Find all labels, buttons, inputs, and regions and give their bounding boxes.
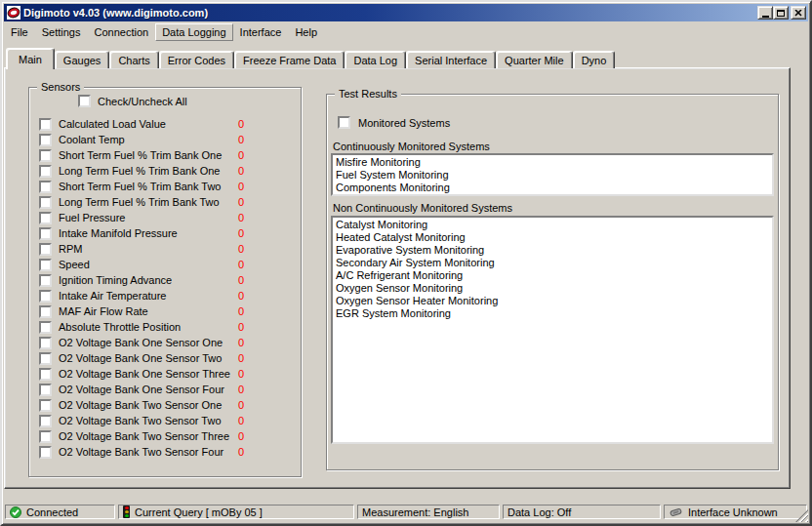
sensor-row: Short Term Fuel % Trim Bank Two0 xyxy=(29,179,301,194)
sensor-checkbox[interactable] xyxy=(39,321,52,334)
app-logo-icon[interactable] xyxy=(7,6,20,20)
sensor-checkbox[interactable] xyxy=(39,134,52,146)
list-item[interactable]: EGR System Monitoring xyxy=(333,307,772,320)
sensor-checkbox[interactable] xyxy=(39,384,52,396)
sensors-group: Sensors Check/Uncheck All Calculated Loa… xyxy=(28,87,302,477)
list-item[interactable]: Evaporative System Monitoring xyxy=(333,244,772,257)
sensor-checkbox[interactable] xyxy=(39,165,52,178)
list-item[interactable]: Oxygen Sensor Monitoring xyxy=(333,282,772,295)
sensor-value: 0 xyxy=(238,321,244,333)
sensor-row: O2 Voltage Bank Two Sensor Four0 xyxy=(29,444,301,460)
sensor-checkbox[interactable] xyxy=(39,212,52,224)
interface-panel: Interface Unknown xyxy=(664,505,807,519)
sensor-label: RPM xyxy=(59,243,82,255)
sensor-checkbox[interactable] xyxy=(39,196,52,209)
sensor-row: RPM0 xyxy=(29,241,301,257)
list-item[interactable]: A/C Refrigerant Monitoring xyxy=(333,269,772,282)
menu-settings[interactable]: Settings xyxy=(35,23,88,41)
sensor-value: 0 xyxy=(238,337,244,348)
minimize-icon xyxy=(762,16,769,18)
tab-dyno[interactable]: Dyno xyxy=(573,51,616,68)
sensor-checkbox[interactable] xyxy=(39,446,52,459)
tab-serial-interface[interactable]: Serial Interface xyxy=(406,51,496,68)
sensor-row: O2 Voltage Bank One Sensor Four0 xyxy=(29,382,301,397)
sensor-checkbox[interactable] xyxy=(39,415,52,427)
sensor-value: 0 xyxy=(238,259,244,270)
sensor-label: O2 Voltage Bank One Sensor One xyxy=(59,337,223,348)
sensor-label: O2 Voltage Bank Two Sensor Three xyxy=(59,430,229,442)
sensor-value: 0 xyxy=(238,118,244,130)
menu-file[interactable]: File xyxy=(4,23,35,41)
sensor-checkbox[interactable] xyxy=(39,118,52,131)
tab-charts[interactable]: Charts xyxy=(109,51,158,68)
sensor-label: Ignition Timing Advance xyxy=(59,274,172,286)
sensor-value: 0 xyxy=(238,134,244,145)
sensor-row: Coolant Temp0 xyxy=(29,132,301,147)
check-uncheck-all-checkbox[interactable] xyxy=(78,95,91,107)
sensor-row: Absolute Throttle Position0 xyxy=(29,319,301,335)
minimize-button[interactable] xyxy=(757,6,773,20)
sensor-checkbox[interactable] xyxy=(39,181,52,193)
list-item[interactable]: Components Monitoring xyxy=(333,182,772,194)
sensor-checkbox[interactable] xyxy=(39,274,52,287)
menu-data-logging[interactable]: Data Logging xyxy=(155,23,232,41)
sensor-row: O2 Voltage Bank Two Sensor Two0 xyxy=(29,413,301,428)
tab-freeze-frame-data[interactable]: Freeze Frame Data xyxy=(234,51,345,68)
sensor-checkbox[interactable] xyxy=(39,305,52,318)
tab-error-codes[interactable]: Error Codes xyxy=(159,51,234,68)
title-bar[interactable]: Digimoto v4.03 (www.digimoto.com) xyxy=(4,4,808,21)
list-item[interactable]: Catalyst Monitoring xyxy=(333,219,772,231)
list-item[interactable]: Secondary Air System Monitoring xyxy=(333,257,772,269)
sensor-value: 0 xyxy=(238,243,244,255)
sensor-value: 0 xyxy=(238,305,244,317)
sensor-checkbox[interactable] xyxy=(39,430,52,443)
sensor-checkbox[interactable] xyxy=(39,337,52,349)
sensor-value: 0 xyxy=(238,181,244,192)
sensor-label: Absolute Throttle Position xyxy=(59,321,181,333)
connection-status-panel: Connected xyxy=(5,505,115,519)
sensor-checkbox[interactable] xyxy=(39,227,52,240)
sensor-label: Speed xyxy=(59,259,90,270)
menu-connection[interactable]: Connection xyxy=(87,23,155,41)
sensor-checkbox[interactable] xyxy=(39,352,52,365)
continuous-listbox[interactable]: Misfire Monitoring Fuel System Monitorin… xyxy=(331,153,774,196)
non-continuous-listbox[interactable]: Catalyst Monitoring Heated Catalyst Moni… xyxy=(331,216,774,444)
app-window: Digimoto v4.03 (www.digimoto.com) File S… xyxy=(0,0,812,526)
maximize-button[interactable] xyxy=(773,6,789,20)
sensor-row: Calculated Load Value0 xyxy=(29,116,301,132)
test-results-group: Test Results Monitored Systems Continuou… xyxy=(326,94,779,470)
menu-interface[interactable]: Interface xyxy=(233,23,289,41)
interface-status-text: Interface Unknown xyxy=(688,506,778,518)
tab-gauges[interactable]: Gauges xyxy=(55,51,110,68)
connection-status-text: Connected xyxy=(26,506,78,518)
sensor-label: Long Term Fuel % Trim Bank One xyxy=(59,165,220,177)
sensor-label: O2 Voltage Bank One Sensor Two xyxy=(59,352,222,364)
measurement-panel: Measurement: English xyxy=(357,505,500,519)
current-query-panel: Current Query [ mOBy 05 ] xyxy=(118,505,354,519)
close-button[interactable] xyxy=(791,6,806,20)
sensor-value: 0 xyxy=(238,399,244,411)
sensor-row: Long Term Fuel % Trim Bank Two0 xyxy=(29,194,301,210)
menu-help[interactable]: Help xyxy=(288,23,324,41)
list-item[interactable]: Misfire Monitoring xyxy=(333,156,772,169)
tab-main[interactable]: Main xyxy=(6,48,55,69)
sensor-checkbox[interactable] xyxy=(39,399,52,412)
sensor-checkbox[interactable] xyxy=(39,243,52,256)
sensor-row: MAF Air Flow Rate0 xyxy=(29,303,301,319)
list-item[interactable]: Heated Catalyst Monitoring xyxy=(333,231,772,244)
main-tab-page: Sensors Check/Uncheck All Calculated Loa… xyxy=(4,67,791,489)
measurement-text: Measurement: English xyxy=(362,506,468,518)
sensor-checkbox[interactable] xyxy=(39,149,52,162)
tab-quarter-mile[interactable]: Quarter Mile xyxy=(496,51,573,68)
menu-bar: File Settings Connection Data Logging In… xyxy=(4,22,808,41)
monitored-systems-checkbox[interactable] xyxy=(338,116,350,129)
sensor-label: Calculated Load Value xyxy=(59,118,166,130)
sensor-value: 0 xyxy=(238,196,244,208)
tab-data-log[interactable]: Data Log xyxy=(345,51,406,68)
sensor-checkbox[interactable] xyxy=(39,290,52,303)
list-item[interactable]: Fuel System Monitoring xyxy=(333,169,772,182)
list-item[interactable]: Oxygen Sensor Heater Monitoring xyxy=(333,295,772,307)
sensor-value: 0 xyxy=(238,274,244,286)
sensor-checkbox[interactable] xyxy=(39,368,52,381)
sensor-checkbox[interactable] xyxy=(39,259,52,271)
